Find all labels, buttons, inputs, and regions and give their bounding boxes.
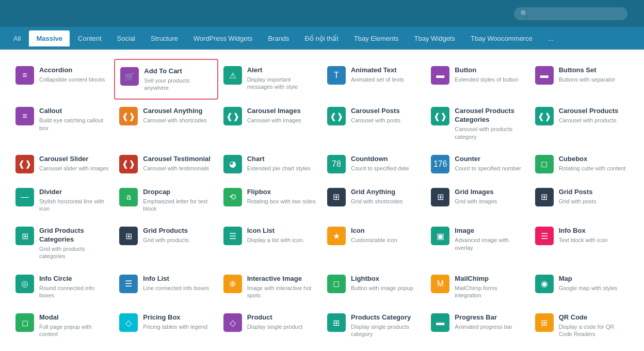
- element-desc: Extended pie chart styles: [247, 165, 317, 172]
- element-name: Carousel Products Categories: [455, 107, 524, 124]
- element-carousel-slider[interactable]: ❰❱Carousel SliderCarousel slider with im…: [10, 148, 114, 181]
- element-callout[interactable]: ≡CalloutBuild eye catching callout box: [10, 100, 114, 147]
- element-name: Button: [455, 66, 524, 75]
- element-desc: Display important messages with style: [247, 76, 317, 91]
- element-text-carousel-products: Carousel ProductsCarousel with products: [559, 107, 629, 124]
- element-button[interactable]: ▬ButtonExtended styles of button: [426, 59, 529, 100]
- element-text-map: MapGoogle map with styles: [559, 275, 629, 292]
- element-desc: Grid with posts: [559, 198, 629, 205]
- element-text-carousel-anything: Carousel AnythingCarousel with shortcode…: [143, 107, 213, 124]
- element-info-circle[interactable]: ◎Info CircleRound connected info boxes: [10, 267, 114, 306]
- element-carousel-anything[interactable]: ❰❱Carousel AnythingCarousel with shortco…: [114, 100, 218, 147]
- element-text-block[interactable]: TText BlockDisplay a text with font form…: [426, 345, 529, 351]
- element-icon-dropcap: a: [119, 188, 138, 206]
- element-counter[interactable]: 176CounterCount to specified number: [426, 148, 529, 181]
- tab-tbay-woocommerce[interactable]: Tbay Woocommerce: [463, 30, 540, 46]
- element-text-grid-posts: Grid PostsGrid with posts: [559, 188, 629, 205]
- element-desc: Carousel with products category: [455, 125, 524, 140]
- element-name: Info List: [143, 275, 213, 283]
- element-map[interactable]: ◉MapGoogle map with styles: [530, 267, 634, 306]
- element-grid-products[interactable]: ⊞Grid ProductsGrid with products: [114, 219, 218, 267]
- element-carousel-products[interactable]: ❰❱Carousel ProductsCarousel with product…: [530, 100, 634, 147]
- element-carousel-products-categories[interactable]: ❰❱Carousel Products CategoriesCarousel w…: [426, 100, 529, 147]
- element-divider[interactable]: —DividerStylish horizontal line with ico…: [10, 181, 114, 219]
- tab-structure[interactable]: Structure: [143, 30, 185, 46]
- element-desc: Emphasized letter for text block: [143, 198, 213, 213]
- element-info-list[interactable]: ☰Info ListLine connected info boxes: [114, 267, 218, 306]
- element-icon[interactable]: ★IconCustomizable icon: [322, 219, 426, 267]
- element-products-category[interactable]: ⊞Products CategoryDisplay single product…: [322, 306, 426, 345]
- element-pricing-box[interactable]: ◇Pricing BoxPricing tables with legend: [114, 306, 218, 345]
- element-countdown[interactable]: 78CountdownCount to specified date: [322, 148, 426, 181]
- element-image[interactable]: ▣ImageAdvanced image with overlay: [426, 219, 529, 267]
- element-grid-anything[interactable]: ⊞Grid AnythingGrid with shortcodes: [322, 181, 426, 219]
- tab-tbay-elements[interactable]: Tbay Elements: [347, 30, 406, 46]
- element-grid-images[interactable]: ⊞Grid ImagesGrid with images: [426, 181, 529, 219]
- tab-content[interactable]: Content: [71, 30, 109, 46]
- element-mailchimp[interactable]: MMailChimpMailChimp forms integration: [426, 267, 529, 306]
- element-name: Flipbox: [247, 188, 317, 197]
- element-animated-text[interactable]: TAnimated TextAnimated set of texts: [322, 59, 426, 100]
- element-info-box[interactable]: ☰Info BoxText block with icon: [530, 219, 634, 267]
- element-icon-add-to-cart: 🛒: [120, 67, 139, 86]
- element-text-product: ProductDisplay single product: [247, 313, 317, 330]
- element-icon-counter: 176: [431, 155, 449, 173]
- element-text-chart: ChartExtended pie chart styles: [247, 155, 317, 172]
- element-product[interactable]: ◇ProductDisplay single product: [218, 306, 322, 345]
- element-desc: Grid with images: [455, 198, 524, 205]
- element-carousel-images[interactable]: ❰❱Carousel ImagesCarousel with images: [218, 100, 322, 147]
- element-carousel-posts[interactable]: ❰❱Carousel PostsCarousel with posts: [322, 100, 426, 147]
- element-lightbox[interactable]: ◻LightboxButton with image popup: [322, 267, 426, 306]
- tab-social[interactable]: Social: [110, 30, 142, 46]
- element-buttons-set[interactable]: ▬Buttons SetButtons with separator: [530, 59, 634, 100]
- tab-all[interactable]: All: [6, 30, 28, 46]
- element-name: Info Circle: [39, 275, 109, 283]
- element-dropcap[interactable]: aDropcapEmphasized letter for text block: [114, 181, 218, 219]
- element-icon-info-list: ☰: [119, 275, 138, 293]
- element-alert[interactable]: ⚠AlertDisplay important messages with st…: [218, 59, 322, 100]
- tab-...[interactable]: ...: [541, 30, 561, 46]
- element-name: Icon: [351, 227, 421, 235]
- element-testimonial[interactable]: ❝TestimonialStylish recommendation box: [322, 345, 426, 351]
- tab-tbay-widgets[interactable]: Tbay Widgets: [407, 30, 462, 46]
- element-add-to-cart[interactable]: 🛒Add To CartSell your products anywhere: [114, 59, 218, 100]
- element-icon-grid-products: ⊞: [119, 227, 138, 245]
- element-name: Modal: [39, 313, 109, 322]
- element-modal[interactable]: ◻ModalFull page popup with content: [10, 306, 114, 345]
- tab-massive[interactable]: Massive: [29, 30, 70, 46]
- element-desc: Line connected info boxes: [143, 284, 213, 292]
- element-accordion[interactable]: ≡AccordionCollapsible content blocks: [10, 59, 114, 100]
- element-tabs[interactable]: ⊟TabsTabbed content blocks: [218, 345, 322, 351]
- element-name: Icon List: [247, 227, 317, 235]
- element-interactive-image[interactable]: ⊕Interactive ImageImage with interactive…: [218, 267, 322, 306]
- element-text-grid-anything: Grid AnythingGrid with shortcodes: [351, 188, 421, 205]
- search-box[interactable]: 🔍: [514, 7, 627, 20]
- element-name: Cubebox: [559, 155, 629, 164]
- element-name: Grid Anything: [351, 188, 421, 197]
- element-qr-code[interactable]: ⊞QR CodeDisplay a code for QR Code Reade…: [530, 306, 634, 345]
- element-desc: Grid with products categories: [39, 245, 109, 260]
- element-carousel-testimonial[interactable]: ❰❱Carousel TestimonialCarousel with test…: [114, 148, 218, 181]
- element-single-post[interactable]: ⊞Single PostCustomizable post with many …: [114, 345, 218, 351]
- element-icon-product: ◇: [223, 313, 242, 332]
- element-icon-grid-images: ⊞: [431, 188, 449, 206]
- element-icon-carousel-products-categories: ❰❱: [431, 107, 449, 125]
- element-icon-list[interactable]: ☰Icon ListDisplay a list with icon.: [218, 219, 322, 267]
- element-desc: Build eye catching callout box: [39, 117, 109, 132]
- element-quote[interactable]: ❝QuoteQuote text block: [10, 345, 114, 351]
- element-cubebox[interactable]: ◻CubeboxRotating cube with content: [530, 148, 634, 181]
- search-input[interactable]: [532, 10, 621, 18]
- element-flipbox[interactable]: ⟲FlipboxRotating box with two sides: [218, 181, 322, 219]
- element-grid-posts[interactable]: ⊞Grid PostsGrid with posts: [530, 181, 634, 219]
- element-chart[interactable]: ◕ChartExtended pie chart styles: [218, 148, 322, 181]
- element-timeline-basic[interactable]: ⧖Timeline BasicSimple timeline shortcode: [530, 345, 634, 351]
- tab-đồ-nội-thất[interactable]: Đồ nội thất: [298, 30, 346, 46]
- element-grid-products-categories[interactable]: ⊞Grid Products CategoriesGrid with produ…: [10, 219, 114, 267]
- element-text-image: ImageAdvanced image with overlay: [455, 227, 524, 251]
- element-desc: Google map with styles: [559, 284, 629, 292]
- element-progress-bar[interactable]: ▬Progress BarAnimated progress bar: [426, 306, 529, 345]
- element-text-cubebox: CubeboxRotating cube with content: [559, 155, 629, 172]
- tab-brands[interactable]: Brands: [261, 30, 296, 46]
- element-name: Buttons Set: [559, 66, 629, 75]
- tab-wordpress-widgets[interactable]: WordPress Widgets: [186, 30, 260, 46]
